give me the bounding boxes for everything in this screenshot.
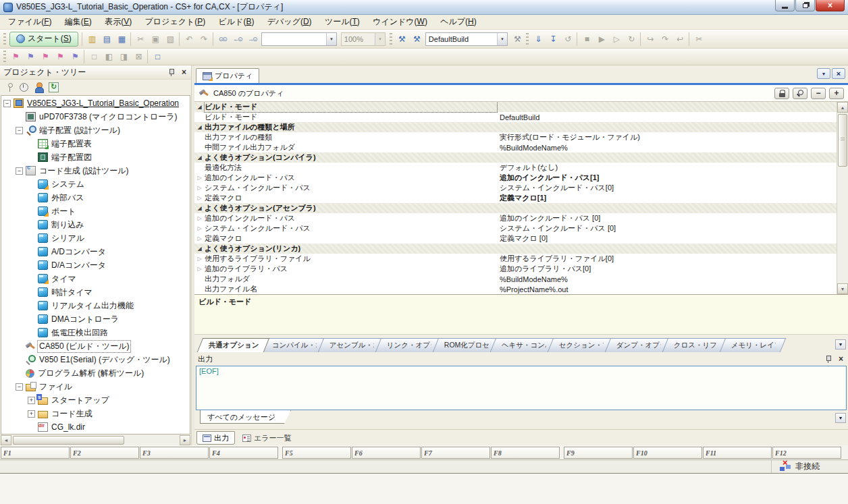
property-vertical-scrollbar[interactable]: ▲ ▼ <box>837 102 848 294</box>
build-and-download-icon[interactable]: ↧ <box>546 32 560 46</box>
tree-horizontal-scrollbar[interactable]: ◄ ► <box>1 435 190 445</box>
tree-expander[interactable] <box>16 383 23 391</box>
tree-item[interactable]: 端子配置図 <box>1 150 190 164</box>
scroll-right-icon[interactable]: ► <box>180 435 190 445</box>
property-row[interactable]: よく使うオプション(コンパイラ) <box>194 152 837 163</box>
row-expander-icon[interactable] <box>194 175 205 181</box>
function-key-button[interactable]: F1 <box>1 447 70 459</box>
option-tab[interactable]: リンク・オプシ... <box>375 338 442 352</box>
row-expander-icon[interactable] <box>194 246 205 252</box>
row-expander-icon[interactable] <box>194 124 205 130</box>
user-icon[interactable] <box>34 82 44 92</box>
row-expander-icon[interactable] <box>194 195 205 201</box>
property-row[interactable]: 出力ファイルの種類 実行形式(ロード・モジュール・ファイル) <box>194 132 837 142</box>
tree-item[interactable]: V850ES_JG3-L_Tutorial_Basic_Operation <box>1 96 190 110</box>
property-value[interactable]: デフォルト(なし) <box>497 163 837 173</box>
lock-button[interactable] <box>774 88 789 99</box>
tree-item[interactable]: 外部バス <box>1 191 190 204</box>
stop-icon[interactable]: ■ <box>579 32 593 46</box>
property-row[interactable]: 出力ファイル名 %ProjectName%.out <box>194 284 837 294</box>
chevron-down-icon[interactable]: ▼ <box>375 33 385 45</box>
step-over-icon[interactable]: ↷ <box>658 32 672 46</box>
close-panel-button[interactable]: × <box>180 67 188 77</box>
copy-icon[interactable]: ▣ <box>148 32 162 46</box>
option-tab[interactable]: ダンプ・オプシ... <box>605 338 671 352</box>
row-expander-icon[interactable] <box>194 215 205 221</box>
build-project-icon[interactable]: ⚒ <box>394 32 408 46</box>
collapse-all-button[interactable]: − <box>811 88 826 99</box>
tree-item[interactable]: uPD70F3738 (マイクロコントローラ) <box>1 110 190 123</box>
tree-expander[interactable] <box>3 100 11 107</box>
tree-item[interactable]: システム <box>1 177 190 191</box>
option-tab[interactable]: ヘキサ・コンバ... <box>490 338 556 352</box>
property-value[interactable]: システム・インクルード・パス [0] <box>497 223 837 233</box>
sync-selection-icon[interactable] <box>4 82 14 92</box>
option-tab[interactable]: 共通オプション <box>197 338 269 352</box>
function-key-button[interactable]: F6 <box>352 447 421 459</box>
function-key-button[interactable]: F2 <box>70 447 139 459</box>
property-row[interactable]: システム・インクルード・パス システム・インクルード・パス[0] <box>194 183 837 193</box>
function-key-button[interactable]: F11 <box>703 447 772 459</box>
row-expander-icon[interactable] <box>194 256 205 262</box>
toolbar-grip[interactable] <box>390 33 392 45</box>
tree-item[interactable]: 時計タイマ <box>1 285 190 299</box>
property-row[interactable]: 追加のインクルード・パス 追加のインクルード・パス[1] <box>194 173 837 183</box>
property-row[interactable]: 定義マクロ 定義マクロ [0] <box>194 233 837 244</box>
property-row[interactable]: 追加のライブラリ・パス 追加のライブラリ・パス[0] <box>194 264 837 274</box>
event-window-icon[interactable]: ⚑ <box>53 50 67 63</box>
go-icon[interactable]: ▶ <box>594 32 608 46</box>
tree-expander[interactable] <box>16 167 23 175</box>
tree-item[interactable]: ファイル <box>1 380 190 393</box>
tree-item[interactable]: V850 E1(Serial) (デバッグ・ツール) <box>1 353 190 366</box>
tree-item[interactable]: リアルタイム出力機能 <box>1 299 190 312</box>
tab-all-messages[interactable]: すべてのメッセージ <box>200 410 291 424</box>
option-tab[interactable]: メモリ・レイア... <box>720 338 786 352</box>
rebuild-project-icon[interactable]: ⚒ <box>409 32 423 46</box>
option-tab[interactable]: コンパイル・オ... <box>261 338 327 352</box>
menu-item[interactable]: 編集(E) <box>59 16 97 28</box>
property-value[interactable]: %ProjectName%.out <box>497 285 837 293</box>
function-key-button[interactable]: F9 <box>564 447 633 459</box>
restore-button[interactable] <box>795 0 815 11</box>
refresh-icon[interactable] <box>49 82 59 92</box>
chevron-down-icon[interactable]: ▼ <box>326 33 336 45</box>
scroll-up-icon[interactable]: ▲ <box>837 102 848 113</box>
menu-item[interactable]: ビルド(B) <box>213 16 260 28</box>
dock-tab[interactable]: 出力 <box>196 431 235 445</box>
tab-property[interactable]: プロパティ <box>196 68 259 83</box>
property-row[interactable]: システム・インクルード・パス システム・インクルード・パス [0] <box>194 223 837 233</box>
tab-scroll-dropdown-icon[interactable]: ▼ <box>835 413 846 423</box>
tab-scroll-dropdown-icon[interactable]: ▼ <box>835 339 846 349</box>
property-value[interactable]: 使用するライブラリ・ファイル[0] <box>497 254 837 264</box>
row-expander-icon[interactable] <box>194 266 205 272</box>
scrollbar-thumb[interactable] <box>13 436 124 445</box>
float-window-icon[interactable]: □ <box>150 50 164 63</box>
chevron-down-icon[interactable]: ▼ <box>497 33 507 45</box>
step-in-icon[interactable]: ↪ <box>643 32 657 46</box>
paste-icon[interactable]: ▧ <box>163 32 177 46</box>
toolbar-grip[interactable] <box>3 33 6 45</box>
row-expander-icon[interactable] <box>194 104 205 110</box>
minimize-button[interactable] <box>775 0 795 11</box>
property-value[interactable]: 追加のインクルード・パス [0] <box>497 213 837 223</box>
scroll-down-icon[interactable]: ▼ <box>837 283 848 294</box>
scroll-left-icon[interactable]: ◄ <box>1 435 11 445</box>
row-expander-icon[interactable] <box>194 235 205 242</box>
menu-item[interactable]: デバッグ(D) <box>262 16 317 28</box>
property-value[interactable]: 定義マクロ[1] <box>497 193 837 203</box>
tree-item[interactable]: プログラム解析 (解析ツール) <box>1 366 190 380</box>
zoom-combobox[interactable]: 100% ▼ <box>341 32 386 46</box>
tree-item[interactable]: CA850 (ビルド・ツール) <box>1 339 190 353</box>
next-window-icon[interactable]: ◨ <box>116 50 130 63</box>
tree-item[interactable]: DMAコントローラ <box>1 312 190 326</box>
menu-item[interactable]: ツール(T) <box>319 16 365 28</box>
row-expander-icon[interactable] <box>194 225 205 231</box>
dock-tab[interactable]: エラー一覧 <box>236 431 298 445</box>
tree-expander[interactable] <box>28 397 35 404</box>
property-value[interactable]: 定義マクロ [0] <box>497 233 837 244</box>
property-value[interactable]: DefaultBuild <box>497 113 837 121</box>
property-row[interactable]: 出力フォルダ %BuildModeName% <box>194 274 837 284</box>
menu-item[interactable]: プロジェクト(P) <box>140 16 211 28</box>
property-row[interactable]: 最適化方法 デフォルト(なし) <box>194 163 837 173</box>
tree-item[interactable]: 低電圧検出回路 <box>1 326 190 339</box>
